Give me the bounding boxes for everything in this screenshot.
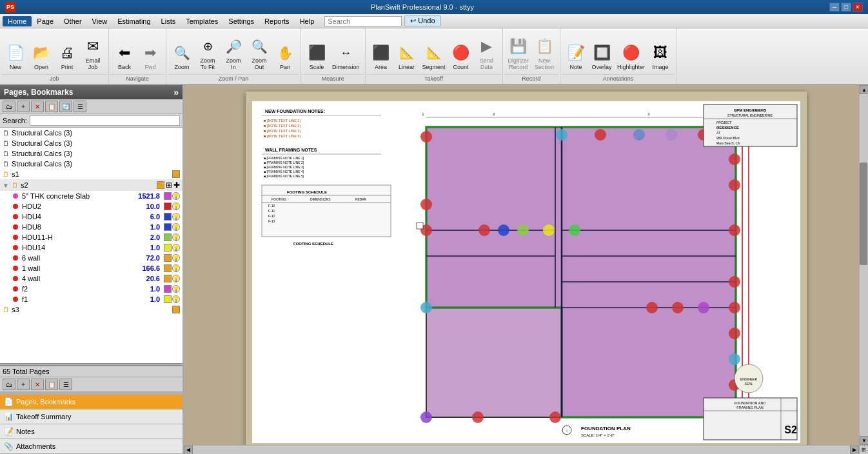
canvas-area[interactable]: NEW FOUNDATION NOTES: ■ [NOTE TEXT LINE … [184,85,868,454]
panel-tree-icon: 🗂 [3,101,15,112]
svg-point-63 [498,224,509,236]
tree-item-structural-calcs-4[interactable]: 🗒 Structural Calcs (3) [0,159,182,169]
v-scroll-thumb[interactable] [860,163,867,265]
tree-item-hdu14[interactable]: HDU14 1.0 💡 [0,242,182,253]
tree-item-structural-calcs-3[interactable]: 🗒 Structural Calcs (3) [0,148,182,159]
attachments-tab-icon: 📎 [4,442,14,451]
panel-copy-button-2[interactable]: 📋 [45,379,58,390]
tree-item-4wall[interactable]: 4 wall 20.6 💡 [0,273,182,284]
vertical-scrollbar[interactable]: ▲ ▼ [859,85,868,445]
tree-item-s2[interactable]: ▼ 🗒 s2 ⊞ ✚ [0,179,182,191]
pages-search-input[interactable] [30,115,180,126]
tree-item-s3[interactable]: 🗒 s3 [0,304,182,315]
menu-item-home[interactable]: Home [3,16,32,26]
segment-button[interactable]: 📐 Segment [420,41,448,72]
restore-button[interactable]: □ [841,3,851,12]
menu-item-estimating[interactable]: Estimating [112,16,155,26]
image-button[interactable]: 🖼 Image [647,41,673,72]
linear-button[interactable]: 📐 Linear [394,41,420,72]
menu-item-templates[interactable]: Templates [181,16,223,26]
svg-text:2: 2 [493,112,495,116]
tree-item-f2[interactable]: f2 1.0 💡 [0,284,182,294]
nav-right-button[interactable]: ▶ [850,446,859,455]
tree-item-f1[interactable]: f1 1.0 💡 [0,294,182,304]
svg-text:FRAMING PLAN: FRAMING PLAN [736,406,763,410]
dimension-button[interactable]: ↔ Dimension [330,41,362,72]
new-section-button[interactable]: 📋 NewSection [531,35,557,72]
svg-point-62 [569,224,580,236]
annotations-group-label: Annotations [562,74,675,83]
search-input[interactable] [324,16,402,26]
measure-group-label: Measure [302,74,364,83]
svg-point-60 [517,224,529,236]
tree-item-1wall[interactable]: 1 wall 166.6 💡 [0,263,182,273]
highlighter-button[interactable]: 🔴 Highlighter [615,41,647,72]
menu-item-other[interactable]: Other [59,16,87,26]
main-area: Pages, Bookmarks » 🗂 ＋ ✕ 📋 🔄 ☰ Search: 🗒… [0,85,868,454]
tab-pages-bookmarks[interactable]: 📄 Pages, Bookmarks [0,395,182,410]
print-button[interactable]: 🖨 Print [54,41,80,72]
nav-left-button[interactable]: ◀ [184,446,193,455]
note-button[interactable]: 📝 Note [563,41,589,72]
svg-point-52 [556,129,567,141]
area-button[interactable]: ⬛ Area [368,41,394,72]
fwd-button[interactable]: ➡ Fwd [137,41,163,72]
new-button[interactable]: 📄 New [3,41,28,72]
panel-sort-button-2[interactable]: ☰ [59,379,72,390]
window-controls: ─ □ ✕ [829,3,863,12]
tree-item-structural-calcs-1[interactable]: 🗒 Structural Calcs (3) [0,128,182,138]
panel-copy-button[interactable]: 📋 [45,101,58,112]
tab-takeoff-summary[interactable]: 📊 Takeoff Summary [0,410,182,424]
scale-button[interactable]: ⬛ Scale [304,41,330,72]
tree-item-hdu2[interactable]: HDU2 10.0 💡 [0,201,182,212]
send-data-button[interactable]: ▶ SendData [474,35,500,72]
undo-button[interactable]: ↩ Undo [404,15,440,26]
menu-item-lists[interactable]: Lists [156,16,181,26]
overlay-button[interactable]: 🔲 Overlay [589,41,615,72]
zoom-button[interactable]: 🔍 Zoom [169,41,195,72]
tree-item-hdu11h[interactable]: HDU11-H 2.0 💡 [0,232,182,242]
svg-text:ENGINEER: ENGINEER [740,377,757,381]
blueprint-svg: NEW FOUNDATION NOTES: ■ [NOTE TEXT LINE … [252,101,800,443]
panel-collapse-button[interactable]: » [173,87,179,97]
panel-delete-button-2[interactable]: ✕ [31,379,44,390]
tree-item-slab[interactable]: 5" THK concrete Slab 1521.8 💡 [0,191,182,201]
menu-item-view[interactable]: View [87,16,113,26]
panel-add-button-2[interactable]: ＋ [17,379,30,390]
svg-point-56 [420,302,432,313]
zoom-in-button[interactable]: 🔎 ZoomIn [221,35,246,72]
close-button[interactable]: ✕ [853,3,863,12]
menu-item-reports[interactable]: Reports [259,16,295,26]
tab-notes[interactable]: 📝 Notes [0,424,182,439]
tree-item-structural-calcs-2[interactable]: 🗒 Structural Calcs (3) [0,138,182,148]
menu-item-settings[interactable]: Settings [223,16,259,26]
back-button[interactable]: ⬅ Back [112,41,137,72]
minimize-button[interactable]: ─ [829,3,840,12]
panel-add-button[interactable]: ＋ [17,101,30,112]
tree-item-hdu4[interactable]: HDU4 6.0 💡 [0,212,182,222]
open-button[interactable]: 📂 Open [28,41,54,72]
ribbon-group-navigate: ⬅ Back ➡ Fwd Navigate [109,28,166,84]
panel-delete-button[interactable]: ✕ [31,101,44,112]
panel-title: Pages, Bookmarks » [0,85,182,99]
scroll-up-button[interactable]: ▲ [860,85,868,94]
tab-attachments[interactable]: 📎 Attachments [0,439,182,454]
tree-item-hdu8[interactable]: HDU8 1.0 💡 [0,222,182,232]
digitizer-record-button[interactable]: 💾 DigitizerRecord [506,35,532,72]
pan-button[interactable]: ✋ Pan [272,41,298,72]
scroll-down-button[interactable]: ▼ [860,436,868,445]
menu-item-page[interactable]: Page [32,16,59,26]
menu-item-help[interactable]: Help [295,16,320,26]
tree-item-6wall[interactable]: 6 wall 72.0 💡 [0,253,182,263]
count-button[interactable]: 🔴 Count [448,41,474,72]
email-job-button[interactable]: ✉ EmailJob [80,35,106,72]
svg-text:NEW FOUNDATION NOTES:: NEW FOUNDATION NOTES: [265,109,325,114]
tree-item-s1[interactable]: 🗒 s1 [0,169,182,179]
panel-sort-button[interactable]: ☰ [74,101,86,112]
panel-refresh-button[interactable]: 🔄 [59,101,72,112]
svg-text:AT: AT [716,131,720,135]
zoom-to-fit-button[interactable]: ⊕ ZoomTo Fit [195,35,221,72]
corner-resize-button[interactable]: ⊞ [860,446,868,454]
zoom-out-button[interactable]: 🔍 ZoomOut [246,35,272,72]
drawing-area[interactable]: NEW FOUNDATION NOTES: ■ [NOTE TEXT LINE … [252,101,800,443]
